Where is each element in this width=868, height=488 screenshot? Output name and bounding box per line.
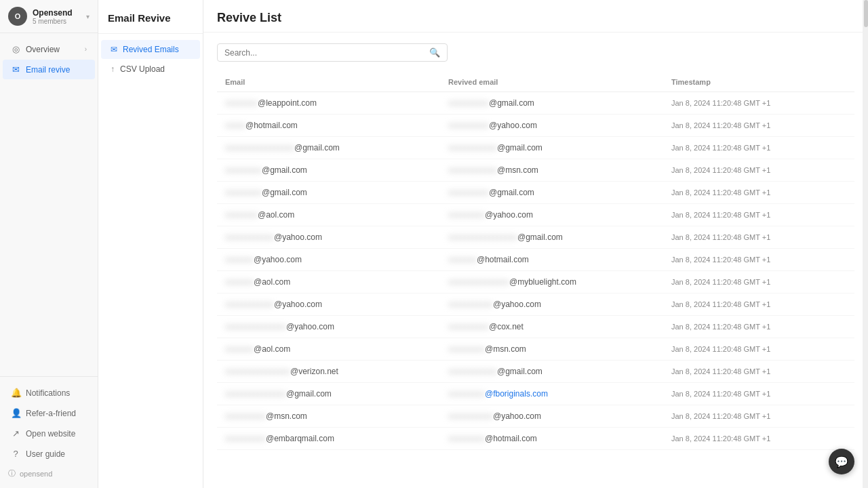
sub-sidebar-title: Email Revive — [98, 0, 203, 34]
search-box[interactable]: 🔍 — [217, 43, 448, 62]
sub-nav-csv-upload[interactable]: ↑ CSV Upload — [101, 60, 200, 79]
chevron-right-icon: › — [85, 45, 87, 53]
sidebar-item-open-website[interactable]: ↗ Open website — [3, 424, 95, 443]
content-area: 🔍 Email Revived email Timestamp xxxxxxxx… — [203, 33, 868, 488]
sidebar-item-overview-label: Overview — [26, 45, 60, 54]
org-members: 5 members — [33, 18, 81, 25]
sidebar-bottom: 🔔 Notifications 👤 Refer-a-friend ↗ Open … — [0, 376, 98, 488]
open-website-icon: ↗ — [11, 428, 20, 439]
sidebar-item-open-website-label: Open website — [26, 429, 75, 439]
sub-sidebar: Email Revive ✉ Revived Emails ↑ CSV Uplo… — [98, 0, 203, 488]
table-row: xxxxx@hotmail.comxxxxxxxxxx@yahoo.comJan… — [217, 115, 854, 137]
org-switcher[interactable]: O Opensend 5 members ▾ — [0, 0, 98, 33]
sidebar-item-refer[interactable]: 👤 Refer-a-friend — [3, 403, 95, 423]
table-row: xxxxxxxxxxxxxxx@yahoo.comxxxxxxxxxx@cox.… — [217, 316, 854, 338]
table-header-row: Email Revived email Timestamp — [217, 73, 854, 92]
refer-icon: 👤 — [11, 408, 20, 418]
sidebar-item-notifications[interactable]: 🔔 Notifications — [3, 383, 95, 403]
sidebar-item-email-revive[interactable]: ✉ Email revive — [3, 60, 95, 79]
chevron-down-icon: ▾ — [86, 13, 90, 20]
table-row: xxxxxxxxxxxxxxx@gmail.comxxxxxxxxx@fbori… — [217, 383, 854, 405]
table-row: xxxxxxxxx@gmail.comxxxxxxxxxxxx@msn.comJ… — [217, 159, 854, 182]
org-info: Opensend 5 members — [33, 8, 81, 25]
col-header-timestamp: Timestamp — [663, 73, 854, 92]
table-row: xxxxxxxxxx@msn.comxxxxxxxxxxx@yahoo.comJ… — [217, 405, 854, 428]
search-input[interactable] — [224, 48, 429, 58]
main-content: Revive List 🔍 Email Revived email Timest… — [203, 0, 868, 488]
chat-icon: 💬 — [835, 455, 848, 468]
sidebar-item-refer-label: Refer-a-friend — [26, 409, 76, 418]
table-row: xxxxxxxxxxxxxxxxx@gmail.comxxxxxxxxxxxx@… — [217, 137, 854, 159]
search-icon[interactable]: 🔍 — [429, 47, 440, 58]
notifications-icon: 🔔 — [11, 388, 20, 398]
revived-emails-icon: ✉ — [111, 45, 117, 54]
sidebar-item-email-revive-label: Email revive — [26, 65, 70, 75]
email-revive-icon: ✉ — [11, 64, 20, 75]
table-row: xxxxxxxxxxxx@yahoo.comxxxxxxxxxxxxxxxxx@… — [217, 226, 854, 249]
overview-icon: ◎ — [11, 44, 20, 54]
table-row: xxxxxxx@yahoo.comxxxxxxx@hotmail.comJan … — [217, 249, 854, 271]
scroll-thumb[interactable] — [864, 0, 868, 27]
opensend-label-text: opensend — [20, 470, 52, 478]
sidebar-item-overview[interactable]: ◎ Overview › — [3, 39, 95, 59]
table-row: xxxxxxxx@aol.comxxxxxxxxx@yahoo.comJan 8… — [217, 204, 854, 226]
sidebar: O Opensend 5 members ▾ ◎ Overview › ✉ Em… — [0, 0, 98, 488]
sub-nav-csv-upload-label: CSV Upload — [120, 64, 165, 74]
sub-nav-revived-emails[interactable]: ✉ Revived Emails — [101, 40, 200, 59]
toolbar: 🔍 — [217, 43, 854, 62]
table-row: xxxxxxx@aol.comxxxxxxxxx@msn.comJan 8, 2… — [217, 338, 854, 361]
csv-upload-icon: ↑ — [111, 64, 115, 74]
table-row: xxxxxxxx@leappoint.comxxxxxxxxxx@gmail.c… — [217, 92, 854, 115]
main-header: Revive List — [203, 0, 868, 33]
scroll-track[interactable] — [863, 0, 868, 488]
chat-button[interactable]: 💬 — [829, 449, 854, 474]
table-row: xxxxxxx@aol.comxxxxxxxxxxxxxxx@mybluelig… — [217, 271, 854, 293]
sidebar-item-notifications-label: Notifications — [26, 388, 70, 398]
data-table: Email Revived email Timestamp xxxxxxxx@l… — [217, 73, 854, 450]
info-icon: ⓘ — [8, 468, 16, 479]
table-row: xxxxxxxxx@gmail.comxxxxxxxxxx@gmail.comJ… — [217, 182, 854, 204]
opensend-branding[interactable]: ⓘ opensend — [0, 464, 98, 483]
sub-sidebar-nav: ✉ Revived Emails ↑ CSV Upload — [98, 34, 203, 85]
table-row: xxxxxxxxxx@embarqmail.comxxxxxxxxx@hotma… — [217, 428, 854, 450]
page-title: Revive List — [217, 11, 854, 25]
table-row: xxxxxxxxxxxxxxxx@verizon.netxxxxxxxxxxxx… — [217, 361, 854, 383]
col-header-email: Email — [217, 73, 440, 92]
table-row: xxxxxxxxxxxx@yahoo.comxxxxxxxxxxx@yahoo.… — [217, 293, 854, 316]
user-guide-icon: ? — [11, 449, 20, 459]
org-avatar: O — [8, 7, 27, 26]
sidebar-item-user-guide[interactable]: ? User guide — [3, 444, 95, 464]
sidebar-nav: ◎ Overview › ✉ Email revive — [0, 33, 98, 376]
sidebar-item-user-guide-label: User guide — [26, 449, 65, 459]
sub-nav-revived-emails-label: Revived Emails — [123, 45, 179, 54]
org-name: Opensend — [33, 8, 81, 18]
col-header-revived: Revived email — [440, 73, 663, 92]
